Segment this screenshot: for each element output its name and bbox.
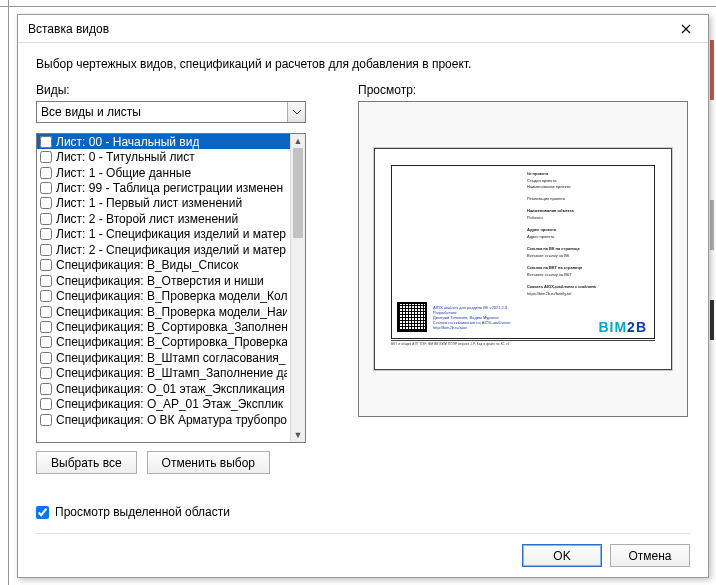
list-item[interactable]: Лист: 1 - Спецификация изделий и матер bbox=[37, 227, 290, 242]
list-item[interactable]: Спецификация: В_Проверка модели_Наи bbox=[37, 304, 290, 319]
ok-button[interactable]: OK bbox=[522, 544, 602, 567]
preview-pane: № проектаСтадия проектаНаименование прое… bbox=[358, 101, 688, 417]
deselect-all-label: Отменить выбор bbox=[162, 456, 255, 470]
list-item-label: Спецификация: В_Штамп_Заполнение да bbox=[56, 366, 287, 380]
list-item[interactable]: Спецификация: В_Сортировка_Проверка bbox=[37, 335, 290, 350]
dialog-insert-views: Вставка видов Выбор чертежных видов, спе… bbox=[17, 14, 709, 578]
list-item[interactable]: Спецификация: В_Отверстия и ниши bbox=[37, 273, 290, 288]
cancel-button[interactable]: Отмена bbox=[610, 544, 690, 567]
sheet-line: AIOX шаблон для раздела ВК v2021.2.3 bbox=[433, 305, 511, 310]
preview-selection-label: Просмотр выделенной области bbox=[55, 505, 230, 519]
list-item-checkbox[interactable] bbox=[40, 336, 52, 348]
list-item-label: Спецификация: В_Проверка модели_Кол bbox=[56, 289, 287, 303]
instruction-text: Выбор чертежных видов, спецификаций и ра… bbox=[36, 57, 690, 71]
list-item-checkbox[interactable] bbox=[40, 352, 52, 364]
ok-label: OK bbox=[553, 549, 570, 563]
scroll-up-icon[interactable]: ▲ bbox=[291, 134, 305, 148]
list-item-checkbox[interactable] bbox=[40, 151, 52, 163]
select-all-button[interactable]: Выбрать все bbox=[36, 451, 137, 474]
list-item-checkbox[interactable] bbox=[40, 182, 52, 194]
qr-code-icon bbox=[397, 302, 427, 332]
sheet-line: Ссылка на скачивание на AIOX-шаблоны: bbox=[433, 320, 511, 325]
list-item[interactable]: Спецификация: В_Проверка модели_Кол bbox=[37, 288, 290, 303]
list-item[interactable]: Спецификация: В_Виды_Список bbox=[37, 258, 290, 273]
list-item-checkbox[interactable] bbox=[40, 167, 52, 179]
list-item[interactable]: Спецификация: О_01 этаж_Экспликация bbox=[37, 381, 290, 396]
list-item[interactable]: Лист: 1 - Первый лист изменений bbox=[37, 196, 290, 211]
preview-selection-input[interactable] bbox=[36, 506, 49, 519]
deselect-all-button[interactable]: Отменить выбор bbox=[147, 451, 270, 474]
list-item-label: Лист: 2 - Второй лист изменений bbox=[56, 212, 238, 226]
dropdown-value: Все виды и листы bbox=[41, 105, 141, 119]
views-label: Виды: bbox=[36, 83, 336, 97]
list-item[interactable]: Лист: 00 - Начальный вид bbox=[37, 134, 290, 149]
window-title: Вставка видов bbox=[28, 22, 664, 36]
list-item[interactable]: Лист: 2 - Спецификация изделий и матер bbox=[37, 242, 290, 257]
list-item-checkbox[interactable] bbox=[40, 259, 52, 271]
select-all-label: Выбрать все bbox=[51, 456, 122, 470]
list-item[interactable]: Спецификация: О ВК Арматура трубопро bbox=[37, 412, 290, 427]
list-item-checkbox[interactable] bbox=[40, 290, 52, 302]
list-item[interactable]: Лист: 2 - Второй лист изменений bbox=[37, 211, 290, 226]
list-item[interactable]: Спецификация: О_АР_01 Этаж_Эксплик bbox=[37, 396, 290, 411]
list-item-checkbox[interactable] bbox=[40, 414, 52, 426]
list-item-checkbox[interactable] bbox=[40, 383, 52, 395]
list-item-checkbox[interactable] bbox=[40, 244, 52, 256]
list-item-label: Спецификация: В_Сортировка_Проверка bbox=[56, 335, 287, 349]
list-item-checkbox[interactable] bbox=[40, 228, 52, 240]
list-item-label: Спецификация: В_Проверка модели_Наи bbox=[56, 305, 287, 319]
list-item-label: Лист: 00 - Начальный вид bbox=[56, 135, 199, 149]
list-item-label: Лист: 1 - Первый лист изменений bbox=[56, 196, 242, 210]
list-item-label: Спецификация: О_АР_01 Этаж_Эксплик bbox=[56, 397, 283, 411]
list-item-checkbox[interactable] bbox=[40, 367, 52, 379]
list-item-label: Спецификация: В_Отверстия и ниши bbox=[56, 274, 264, 288]
close-button[interactable] bbox=[664, 15, 708, 43]
list-item-label: Спецификация: В_Сортировка_Заполнен bbox=[56, 320, 287, 334]
list-item[interactable]: Спецификация: В_Штамп согласования_ bbox=[37, 350, 290, 365]
titlebar: Вставка видов bbox=[18, 15, 708, 43]
list-item-checkbox[interactable] bbox=[40, 197, 52, 209]
close-icon bbox=[681, 24, 691, 34]
list-item-label: Спецификация: В_Виды_Список bbox=[56, 258, 239, 272]
list-item-label: Лист: 0 - Титульный лист bbox=[56, 150, 195, 164]
preview-selection-checkbox[interactable]: Просмотр выделенной области bbox=[36, 505, 690, 519]
scrollbar[interactable]: ▲ ▼ bbox=[290, 134, 305, 442]
list-item[interactable]: Лист: 1 - Общие данные bbox=[37, 165, 290, 180]
list-item[interactable]: Спецификация: В_Сортировка_Заполнен bbox=[37, 319, 290, 334]
sheet-thumbnail: № проектаСтадия проектаНаименование прое… bbox=[374, 148, 672, 370]
list-item-label: Лист: 99 - Таблица регистрации изменен bbox=[56, 181, 283, 195]
views-listbox[interactable]: Лист: 00 - Начальный видЛист: 0 - Титуль… bbox=[36, 133, 306, 443]
list-item-checkbox[interactable] bbox=[40, 306, 52, 318]
bim2b-logo: BIM2B bbox=[598, 319, 647, 335]
sheet-line: http://bim2b.ru/aiox bbox=[433, 325, 511, 330]
scroll-down-icon[interactable]: ▼ bbox=[291, 428, 305, 442]
list-item-checkbox[interactable] bbox=[40, 275, 52, 287]
preview-label: Просмотр: bbox=[358, 83, 690, 97]
list-item-label: Лист: 1 - Общие данные bbox=[56, 166, 191, 180]
list-item-checkbox[interactable] bbox=[40, 321, 52, 333]
list-item-checkbox[interactable] bbox=[40, 213, 52, 225]
list-item-label: Спецификация: О ВК Арматура трубопро bbox=[56, 413, 287, 427]
list-item[interactable]: Лист: 99 - Таблица регистрации изменен bbox=[37, 180, 290, 195]
list-item-label: Лист: 2 - Спецификация изделий и матер bbox=[56, 243, 286, 257]
list-item-label: Лист: 1 - Спецификация изделий и матер bbox=[56, 227, 286, 241]
list-item-checkbox[interactable] bbox=[40, 136, 52, 148]
chevron-down-icon bbox=[287, 102, 305, 122]
views-filter-dropdown[interactable]: Все виды и листы bbox=[36, 101, 306, 123]
scroll-thumb[interactable] bbox=[293, 148, 303, 238]
list-item-label: Спецификация: О_01 этаж_Экспликация bbox=[56, 382, 285, 396]
list-item[interactable]: Спецификация: В_Штамп_Заполнение да bbox=[37, 366, 290, 381]
list-item-label: Спецификация: В_Штамп согласования_ bbox=[56, 351, 286, 365]
cancel-label: Отмена bbox=[628, 549, 671, 563]
list-item[interactable]: Лист: 0 - Титульный лист bbox=[37, 149, 290, 164]
list-item-checkbox[interactable] bbox=[40, 398, 52, 410]
